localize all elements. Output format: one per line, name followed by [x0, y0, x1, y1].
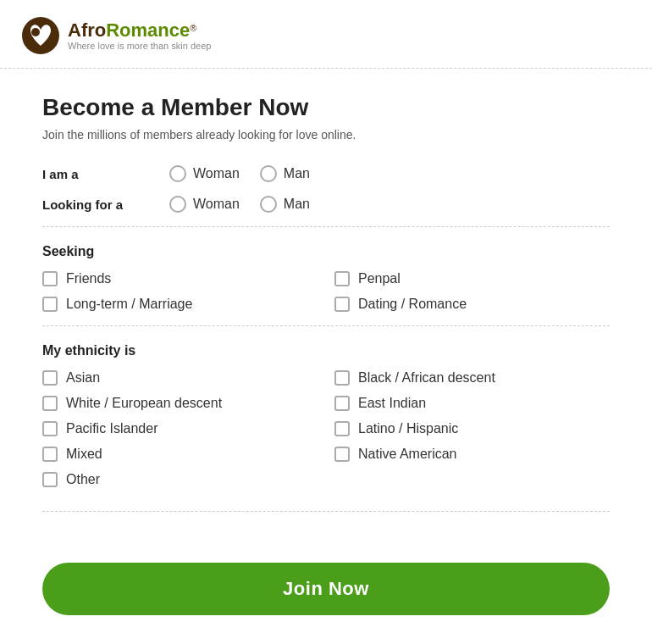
logo-registered: ®	[190, 23, 196, 33]
ethnicity-pacific-checkbox[interactable]	[42, 421, 58, 436]
ethnicity-black-label: Black / African descent	[358, 370, 495, 386]
seeking-friends-checkbox[interactable]	[42, 271, 58, 286]
main-content: Become a Member Now Join the millions of…	[0, 69, 652, 546]
logo-romance: Romance	[106, 19, 190, 41]
logo-text: AfroRomance® Where love is more than ski…	[68, 20, 211, 51]
i-am-a-woman-option[interactable]: Woman	[169, 165, 240, 182]
ethnicity-other-label: Other	[66, 472, 100, 487]
seeking-dating-checkbox[interactable]	[334, 297, 350, 312]
ethnicity-nativeamerican-checkbox[interactable]	[334, 447, 350, 462]
ethnicity-other-checkbox[interactable]	[42, 472, 58, 487]
seeking-penpal-label: Penpal	[358, 271, 401, 286]
svg-point-1	[31, 28, 40, 36]
ethnicity-black-checkbox[interactable]	[334, 370, 350, 386]
ethnicity-section: My ethnicity is Asian Black / African de…	[42, 343, 610, 487]
ethnicity-mixed-option[interactable]: Mixed	[42, 447, 318, 462]
ethnicity-black-option[interactable]: Black / African descent	[334, 370, 610, 386]
seeking-section: Seeking Friends Penpal Long-term / Marri…	[42, 244, 610, 312]
ethnicity-white-checkbox[interactable]	[42, 396, 58, 411]
i-am-a-options: Woman Man	[169, 165, 310, 182]
ethnicity-asian-label: Asian	[66, 370, 100, 386]
looking-for-woman-option[interactable]: Woman	[169, 196, 240, 213]
looking-for-man-radio[interactable]	[260, 196, 277, 213]
ethnicity-white-label: White / European descent	[66, 396, 222, 411]
ethnicity-white-option[interactable]: White / European descent	[42, 396, 318, 411]
seeking-dating-label: Dating / Romance	[358, 297, 467, 312]
seeking-friends-option[interactable]: Friends	[42, 271, 318, 286]
page-title: Become a Member Now	[42, 94, 610, 121]
ethnicity-mixed-label: Mixed	[66, 447, 102, 462]
ethnicity-latino-label: Latino / Hispanic	[358, 421, 458, 436]
i-am-a-woman-radio[interactable]	[169, 165, 186, 182]
seeking-penpal-checkbox[interactable]	[334, 271, 350, 286]
page-subtitle: Join the millions of members already loo…	[42, 128, 610, 142]
ethnicity-asian-option[interactable]: Asian	[42, 370, 318, 386]
logo-afro: Afro	[68, 19, 106, 41]
ethnicity-nativeamerican-option[interactable]: Native American	[334, 447, 610, 462]
divider-seeking	[42, 226, 610, 227]
logo-icon	[20, 15, 61, 56]
i-am-a-man-radio[interactable]	[260, 165, 277, 182]
i-am-a-man-option[interactable]: Man	[260, 165, 310, 182]
looking-for-man-option[interactable]: Man	[260, 196, 310, 213]
seeking-title: Seeking	[42, 244, 610, 259]
divider-bottom	[42, 511, 610, 512]
looking-for-man-label: Man	[284, 197, 310, 212]
ethnicity-latino-checkbox[interactable]	[334, 421, 350, 436]
seeking-longterm-label: Long-term / Marriage	[66, 297, 192, 312]
ethnicity-other-option[interactable]: Other	[42, 472, 318, 487]
looking-for-options: Woman Man	[169, 196, 310, 213]
ethnicity-asian-checkbox[interactable]	[42, 370, 58, 386]
ethnicity-pacific-option[interactable]: Pacific Islander	[42, 421, 318, 436]
ethnicity-eastindian-label: East Indian	[358, 396, 426, 411]
ethnicity-options-grid: Asian Black / African descent White / Eu…	[42, 370, 610, 487]
logo-tagline: Where love is more than skin deep	[68, 41, 211, 51]
ethnicity-eastindian-option[interactable]: East Indian	[334, 396, 610, 411]
i-am-a-label: I am a	[42, 167, 169, 181]
ethnicity-pacific-label: Pacific Islander	[66, 421, 158, 436]
seeking-options-grid: Friends Penpal Long-term / Marriage Dati…	[42, 271, 610, 312]
seeking-longterm-option[interactable]: Long-term / Marriage	[42, 297, 318, 312]
ethnicity-latino-option[interactable]: Latino / Hispanic	[334, 421, 610, 436]
looking-for-woman-radio[interactable]	[169, 196, 186, 213]
site-header: AfroRomance® Where love is more than ski…	[0, 0, 652, 69]
seeking-penpal-option[interactable]: Penpal	[334, 271, 610, 286]
ethnicity-eastindian-checkbox[interactable]	[334, 396, 350, 411]
ethnicity-mixed-checkbox[interactable]	[42, 447, 58, 462]
i-am-a-row: I am a Woman Man	[42, 165, 610, 182]
join-now-button[interactable]: Join Now	[42, 563, 610, 615]
divider-ethnicity	[42, 325, 610, 326]
ethnicity-title: My ethnicity is	[42, 343, 610, 358]
seeking-dating-option[interactable]: Dating / Romance	[334, 297, 610, 312]
looking-for-label: Looking for a	[42, 197, 169, 212]
looking-for-woman-label: Woman	[193, 197, 240, 212]
ethnicity-nativeamerican-label: Native American	[358, 447, 457, 462]
logo: AfroRomance® Where love is more than ski…	[20, 15, 211, 56]
i-am-a-woman-label: Woman	[193, 166, 240, 181]
seeking-friends-label: Friends	[66, 271, 111, 286]
looking-for-row: Looking for a Woman Man	[42, 196, 610, 213]
seeking-longterm-checkbox[interactable]	[42, 297, 58, 312]
join-btn-container: Join Now	[0, 546, 652, 632]
i-am-a-man-label: Man	[284, 166, 310, 181]
